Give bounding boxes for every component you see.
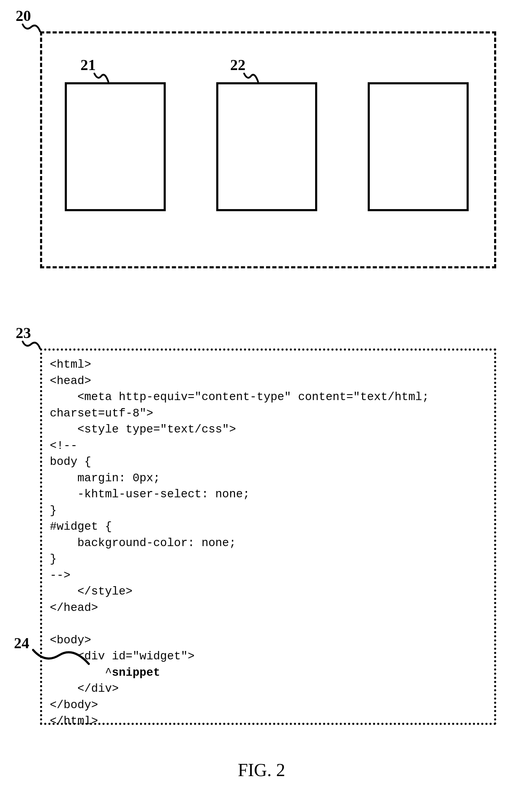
widget-box-22	[216, 82, 317, 211]
code-line: </html>	[50, 715, 98, 728]
code-container-23: <html> <head> <meta http-equiv="content-…	[40, 348, 496, 725]
ref-label-21: 21	[80, 56, 96, 74]
layout-container-20: 21 22	[40, 31, 496, 268]
code-line: <html>	[50, 358, 91, 371]
code-line: </style>	[50, 585, 133, 598]
code-line: margin: 0px;	[50, 472, 160, 485]
code-line: background-color: none;	[50, 537, 236, 550]
code-line-snippet: ^snippet	[50, 666, 160, 679]
code-line: </body>	[50, 699, 98, 712]
code-line: -khtml-user-select: none;	[50, 488, 250, 501]
leader-squiggle-23	[21, 340, 42, 350]
code-line: <style type="text/css">	[50, 423, 236, 436]
code-line: charset=utf-8">	[50, 407, 153, 420]
code-line: -->	[50, 569, 70, 582]
ref-label-23: 23	[16, 324, 31, 342]
code-listing: <html> <head> <meta http-equiv="content-…	[50, 357, 486, 730]
code-line: <head>	[50, 375, 91, 388]
leader-squiggle-20	[21, 23, 42, 33]
code-line: </head>	[50, 602, 98, 614]
code-line: }	[50, 504, 57, 517]
leader-squiggle-24	[31, 645, 91, 666]
ref-label-24: 24	[14, 634, 29, 652]
code-line: <!--	[50, 439, 77, 452]
widget-box-3	[368, 82, 469, 211]
snippet-placeholder-24: snippet	[112, 666, 160, 679]
leader-squiggle-21	[93, 72, 110, 82]
code-line: }	[50, 553, 57, 566]
code-line: #widget {	[50, 520, 112, 533]
code-line: </div>	[50, 682, 119, 695]
ref-label-20: 20	[16, 7, 31, 25]
code-line: <meta http-equiv="content-type" content=…	[50, 391, 429, 404]
leader-squiggle-22	[242, 72, 260, 82]
widget-box-21	[65, 82, 166, 211]
code-line: body {	[50, 455, 91, 468]
figure-caption: FIG. 2	[0, 760, 523, 780]
figure-page: 20 21 22 23 <html> <head> <meta http-equ…	[0, 0, 523, 812]
ref-label-22: 22	[230, 56, 245, 74]
